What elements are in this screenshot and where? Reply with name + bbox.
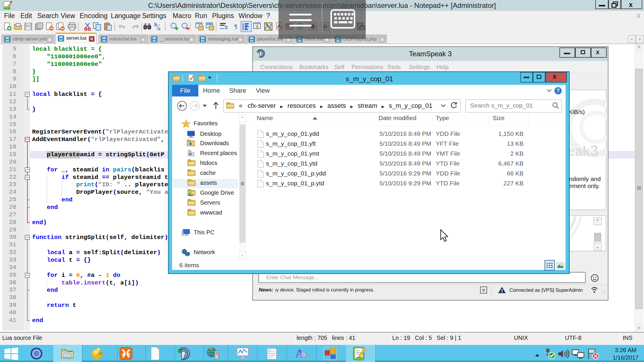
svg-text:b: b: [154, 22, 157, 27]
svg-text:¶: ¶: [234, 23, 237, 30]
